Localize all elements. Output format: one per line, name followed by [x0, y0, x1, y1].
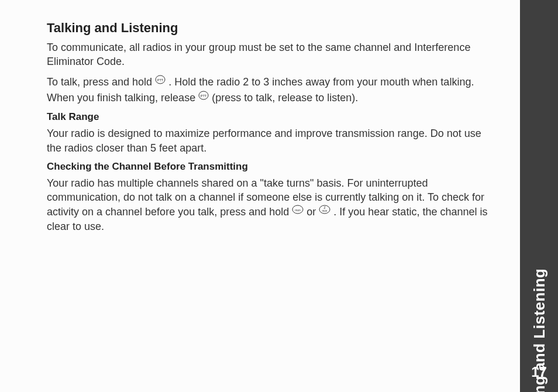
svg-text:mon: mon: [295, 208, 301, 211]
talk-paragraph: To talk, press and hold PTT . Hold the r…: [47, 75, 497, 90]
release-text-2: (press to talk, release to listen).: [212, 92, 358, 104]
main-content: Talking and Listening To communicate, al…: [47, 20, 497, 239]
svg-text:PTT: PTT: [157, 78, 164, 81]
side-tab: Talking and Listening 17: [520, 0, 558, 392]
ptt-button-icon: PTT: [198, 90, 209, 104]
ptt-button-icon: PTT: [155, 74, 166, 88]
checking-heading: Checking the Channel Before Transmitting: [47, 161, 497, 173]
release-text-1: When you finish talking, release: [47, 92, 198, 104]
svg-text:mon: mon: [322, 209, 328, 212]
talk-range-heading: Talk Range: [47, 111, 497, 123]
checking-body: Your radio has multiple channels shared …: [47, 176, 497, 233]
svg-text:Z: Z: [324, 205, 326, 209]
intro-paragraph: To communicate, all radios in your group…: [47, 40, 497, 69]
talk-text-1: To talk, press and hold: [47, 76, 155, 88]
mon-button-icon: mon: [292, 204, 304, 218]
section-title: Talking and Listening: [47, 20, 497, 36]
document-page: Talking and Listening To communicate, al…: [0, 0, 558, 392]
talk-range-body: Your radio is designed to maximize perfo…: [47, 126, 497, 155]
mon-z-button-icon: Z mon: [319, 204, 330, 218]
checking-text-2: or: [306, 206, 319, 218]
release-paragraph: When you finish talking, release PTT (pr…: [47, 91, 497, 105]
page-number: 17: [520, 364, 558, 380]
talk-text-2: . Hold the radio 2 to 3 inches away from…: [168, 76, 474, 88]
svg-text:PTT: PTT: [201, 94, 207, 98]
